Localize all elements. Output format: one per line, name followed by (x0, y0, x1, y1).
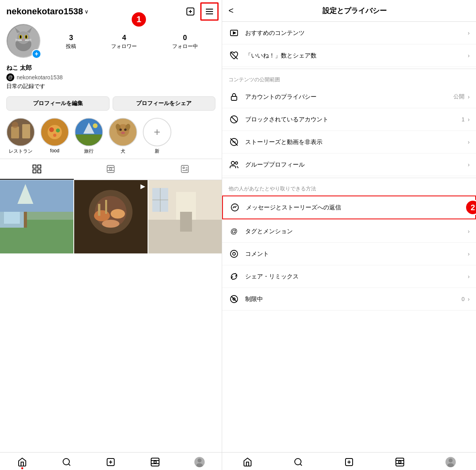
settings-item-restricted[interactable]: 制限中 0 › (222, 288, 476, 311)
svg-point-14 (25, 35, 27, 38)
threads-row: @ nekonekotaro1538 (6, 73, 215, 81)
highlight-label-dog: 犬 (121, 148, 125, 155)
right-nav-profile[interactable] (425, 457, 476, 468)
right-nav-home[interactable] (222, 457, 273, 468)
avatar-wrap: + (6, 24, 42, 59)
tab-reels[interactable] (74, 159, 148, 180)
svg-point-28 (53, 134, 56, 137)
restricted-value: 0 (462, 296, 465, 302)
restricted-icon (228, 294, 240, 305)
nav-search[interactable] (44, 457, 89, 468)
settings-item-comments[interactable]: コメント › (222, 243, 476, 265)
hide-stories-label: ストーリーズと動画を非表示 (245, 138, 468, 146)
section-label-interaction: 他の人があなたとやり取りできる方法 (222, 180, 476, 195)
add-post-button[interactable] (184, 6, 196, 17)
svg-rect-44 (107, 165, 114, 173)
messages-label: メッセージとストーリーズへの返信 (246, 204, 467, 211)
svg-point-112 (399, 461, 401, 463)
nav-home[interactable] (0, 457, 44, 468)
group-profile-icon (228, 159, 240, 170)
right-nav-add[interactable] (324, 457, 374, 468)
svg-line-105 (231, 296, 237, 302)
posts-stat: 3 投稿 (66, 34, 76, 50)
settings-item-share-remix[interactable]: シェア・リミックス › (222, 265, 476, 288)
svg-point-66 (102, 220, 119, 228)
settings-item-hide-stories[interactable]: ストーリーズと動画を非表示 › (222, 131, 476, 153)
highlight-new[interactable]: + 新 (143, 118, 171, 155)
mute-icon (228, 136, 240, 148)
svg-rect-30 (75, 134, 102, 146)
threads-handle: nekonekotaro1538 (17, 74, 63, 81)
back-button[interactable]: < (228, 6, 234, 16)
profile-stats: + 3 投稿 4 フォロワー 0 フォロー中 (0, 21, 222, 63)
posts-label: 投稿 (66, 43, 76, 50)
grid-item-2[interactable]: ▶ (74, 180, 148, 253)
svg-rect-42 (33, 170, 36, 173)
bio-section: ねこ 太郎 @ nekonekotaro1538 日常の記録です (0, 63, 222, 93)
chevron-icon: › (468, 296, 470, 302)
svg-point-88 (196, 463, 203, 467)
svg-point-45 (109, 168, 112, 170)
action-buttons: プロフィールを編集 プロフィールをシェア (0, 93, 222, 114)
highlight-food[interactable]: food (40, 118, 69, 153)
account-privacy-value: 公開 (453, 93, 464, 100)
svg-rect-41 (38, 165, 41, 168)
tab-grid[interactable] (0, 159, 74, 180)
settings-item-account-privacy[interactable]: アカウントのプライバシー 公開 › (222, 86, 476, 108)
nav-reels[interactable] (133, 457, 177, 468)
step-badge-1: 1 (131, 11, 147, 28)
svg-line-94 (231, 117, 237, 122)
avatar-add-icon[interactable]: + (32, 49, 41, 59)
highlight-label-food: food (50, 148, 59, 153)
blocked-accounts-label: ブロックされているアカウント (245, 116, 462, 123)
settings-item-likes[interactable]: 「いいね！」数とシェア数 › (222, 44, 476, 67)
svg-point-116 (449, 458, 453, 462)
header-icons (184, 6, 215, 17)
grid-item-1[interactable] (0, 180, 73, 253)
divider-2 (222, 178, 476, 178)
bio-text: 日常の記録です (6, 83, 215, 90)
followers-stat[interactable]: 4 フォロワー (111, 34, 137, 50)
right-header: < 設定とプライバシー (222, 0, 476, 22)
grid-item-3[interactable] (148, 180, 222, 253)
right-nav-search[interactable] (273, 457, 324, 468)
username-dropdown-icon[interactable]: ∨ (84, 8, 88, 15)
chevron-icon: › (468, 52, 470, 59)
nav-home-dot (21, 467, 23, 469)
settings-item-group-profile[interactable]: グループプロフィール › (222, 153, 476, 176)
left-panel: nekonekotaro1538 ∨ 1 (0, 0, 222, 470)
share-remix-label: シェア・リミックス (245, 273, 468, 280)
tab-tagged[interactable] (148, 159, 222, 180)
share-profile-button[interactable]: プロフィールをシェア (113, 96, 216, 111)
content-tabs (0, 159, 222, 180)
settings-item-tags[interactable]: @ タグとメンション › (222, 220, 476, 243)
menu-button[interactable] (203, 6, 215, 17)
svg-point-101 (230, 250, 238, 257)
edit-profile-button[interactable]: プロフィールを編集 (6, 96, 109, 111)
svg-rect-43 (38, 170, 41, 173)
right-bottom-nav (222, 452, 476, 470)
step-badge-2: 2 (465, 200, 476, 215)
svg-line-107 (300, 464, 302, 466)
svg-point-8 (17, 31, 30, 44)
settings-item-recommended[interactable]: おすすめのコンテンツ › (222, 22, 476, 44)
profile-header: nekonekotaro1538 ∨ 1 (0, 0, 222, 21)
svg-rect-92 (231, 96, 237, 100)
highlight-restaurant[interactable]: レストラン (6, 118, 35, 155)
nav-add[interactable] (89, 457, 133, 468)
nav-profile[interactable] (177, 457, 222, 468)
lock-icon (228, 91, 240, 102)
at-icon: @ (228, 226, 240, 237)
settings-list: おすすめのコンテンツ › 「いいね！」数とシェア数 › コンテンツの公開範囲 (222, 22, 476, 452)
following-stat[interactable]: 0 フォロー中 (172, 34, 198, 50)
settings-item-blocked[interactable]: ブロックされているアカウント 1 › (222, 108, 476, 131)
settings-item-messages[interactable]: メッセージとストーリーズへの返信 › 2 (222, 196, 476, 219)
recommended-content-icon (228, 27, 240, 38)
svg-point-117 (447, 463, 454, 467)
svg-point-32 (93, 123, 98, 128)
chevron-icon: › (468, 161, 470, 168)
chevron-icon: › (468, 94, 470, 100)
highlight-dog[interactable]: 犬 (109, 118, 137, 155)
highlight-travel[interactable]: 旅行 (75, 118, 103, 155)
right-nav-reels[interactable] (374, 457, 425, 468)
